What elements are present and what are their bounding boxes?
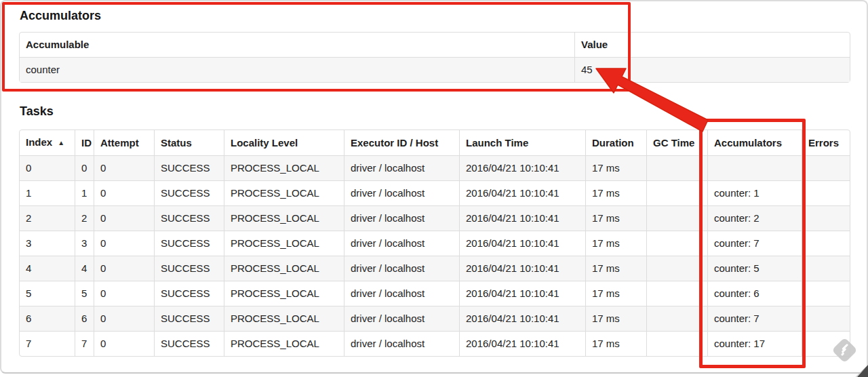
table-cell: 17 ms: [585, 155, 646, 180]
table-cell: counter: 5: [707, 256, 802, 281]
column-header-accumulable[interactable]: Accumulable: [20, 33, 574, 57]
table-cell: driver / localhost: [344, 331, 459, 356]
table-cell: [646, 306, 707, 331]
table-cell: PROCESS_LOCAL: [224, 205, 344, 231]
table-cell: 2: [75, 205, 94, 231]
table-cell: [802, 256, 850, 281]
table-row: 440SUCCESSPROCESS_LOCALdriver / localhos…: [20, 256, 850, 281]
table-cell: 0: [94, 180, 154, 205]
table-cell: 1: [75, 180, 94, 205]
column-header-attempt[interactable]: Attempt: [94, 130, 154, 155]
table-cell: counter: 7: [707, 306, 802, 331]
table-cell: [646, 180, 707, 205]
table-cell: counter: [20, 57, 574, 82]
table-cell: 0: [94, 306, 154, 331]
table-cell: [646, 231, 707, 256]
table-row: 330SUCCESSPROCESS_LOCALdriver / localhos…: [20, 231, 850, 256]
table-cell: [802, 231, 850, 256]
tasks-section-title: Tasks: [20, 104, 850, 119]
table-cell: 0: [75, 155, 94, 180]
table-cell: 6: [75, 306, 94, 331]
table-cell: PROCESS_LOCAL: [224, 155, 344, 180]
table-cell: 2016/04/21 10:10:41: [459, 180, 585, 205]
table-row: 550SUCCESSPROCESS_LOCALdriver / localhos…: [20, 281, 850, 306]
table-cell: SUCCESS: [154, 180, 224, 205]
table-cell: 17 ms: [585, 306, 646, 331]
table-cell: 3: [75, 231, 94, 256]
table-cell: driver / localhost: [344, 205, 459, 231]
table-row: 000SUCCESSPROCESS_LOCALdriver / localhos…: [20, 155, 850, 180]
column-header-errors[interactable]: Errors: [802, 130, 850, 155]
table-cell: driver / localhost: [344, 256, 459, 281]
table-cell: 2016/04/21 10:10:41: [459, 306, 585, 331]
table-cell: 2016/04/21 10:10:41: [459, 281, 585, 306]
table-cell: [802, 306, 850, 331]
table-cell: counter: 6: [707, 281, 802, 306]
table-cell: 0: [94, 281, 154, 306]
table-cell: PROCESS_LOCAL: [224, 180, 344, 205]
table-cell: 4: [20, 256, 75, 281]
column-header-executor-id-host[interactable]: Executor ID / Host: [344, 130, 459, 155]
table-cell: 0: [94, 331, 154, 356]
table-cell: 7: [75, 331, 94, 356]
table-cell: 17 ms: [585, 205, 646, 231]
table-cell: [646, 205, 707, 231]
table-cell: SUCCESS: [154, 281, 224, 306]
table-cell: SUCCESS: [154, 306, 224, 331]
table-cell: [646, 155, 707, 180]
table-cell: PROCESS_LOCAL: [224, 281, 344, 306]
table-cell: [802, 155, 850, 180]
table-cell: 0: [20, 155, 75, 180]
column-header-launch-time[interactable]: Launch Time: [459, 130, 585, 155]
table-cell: [646, 331, 707, 356]
sort-ascending-icon: ▲: [58, 139, 64, 146]
table-cell: 17 ms: [585, 331, 646, 356]
table-cell: 2016/04/21 10:10:41: [459, 155, 585, 180]
table-cell: PROCESS_LOCAL: [224, 331, 344, 356]
column-header-duration[interactable]: Duration: [585, 130, 646, 155]
table-cell: PROCESS_LOCAL: [224, 256, 344, 281]
table-cell: 5: [75, 281, 94, 306]
table-cell: driver / localhost: [344, 231, 459, 256]
accumulators-table: Accumulable Value counter45: [19, 32, 850, 83]
table-cell: counter: 2: [707, 205, 802, 231]
table-cell: [802, 180, 850, 205]
table-cell: 17 ms: [585, 231, 646, 256]
table-row: 110SUCCESSPROCESS_LOCALdriver / localhos…: [20, 180, 850, 205]
table-cell: 1: [20, 180, 75, 205]
table-cell: [802, 281, 850, 306]
table-row: 220SUCCESSPROCESS_LOCALdriver / localhos…: [20, 205, 850, 231]
column-header-gc-time[interactable]: GC Time: [646, 130, 707, 155]
table-cell: 4: [75, 256, 94, 281]
column-header-accumulators[interactable]: Accumulators: [707, 130, 802, 155]
table-cell: 17 ms: [585, 180, 646, 205]
column-header-id[interactable]: ID: [75, 130, 94, 155]
table-cell: SUCCESS: [154, 331, 224, 356]
table-cell: PROCESS_LOCAL: [224, 231, 344, 256]
column-header-status[interactable]: Status: [154, 130, 224, 155]
table-cell: driver / localhost: [344, 155, 459, 180]
table-cell: 0: [94, 155, 154, 180]
cursor-fragment: [854, 363, 868, 377]
table-cell: 0: [94, 256, 154, 281]
table-cell: 17 ms: [585, 256, 646, 281]
table-cell: counter: 7: [707, 231, 802, 256]
table-cell: 17 ms: [585, 281, 646, 306]
table-row: 770SUCCESSPROCESS_LOCALdriver / localhos…: [20, 331, 850, 356]
table-cell: 0: [94, 205, 154, 231]
column-header-index[interactable]: Index▲: [20, 130, 75, 155]
table-cell: [646, 256, 707, 281]
table-cell: 2: [20, 205, 75, 231]
table-cell: 45: [574, 57, 850, 82]
table-cell: PROCESS_LOCAL: [224, 306, 344, 331]
table-row: 660SUCCESSPROCESS_LOCALdriver / localhos…: [20, 306, 850, 331]
tasks-header-row: Index▲ ID Attempt Status Locality Level …: [20, 130, 850, 155]
table-cell: 5: [20, 281, 75, 306]
table-cell: 2016/04/21 10:10:41: [459, 231, 585, 256]
tasks-table: Index▲ ID Attempt Status Locality Level …: [19, 130, 850, 357]
table-cell: driver / localhost: [344, 180, 459, 205]
table-cell: 2016/04/21 10:10:41: [459, 331, 585, 356]
column-header-value[interactable]: Value: [574, 33, 850, 57]
table-cell: 0: [94, 231, 154, 256]
column-header-locality-level[interactable]: Locality Level: [224, 130, 344, 155]
